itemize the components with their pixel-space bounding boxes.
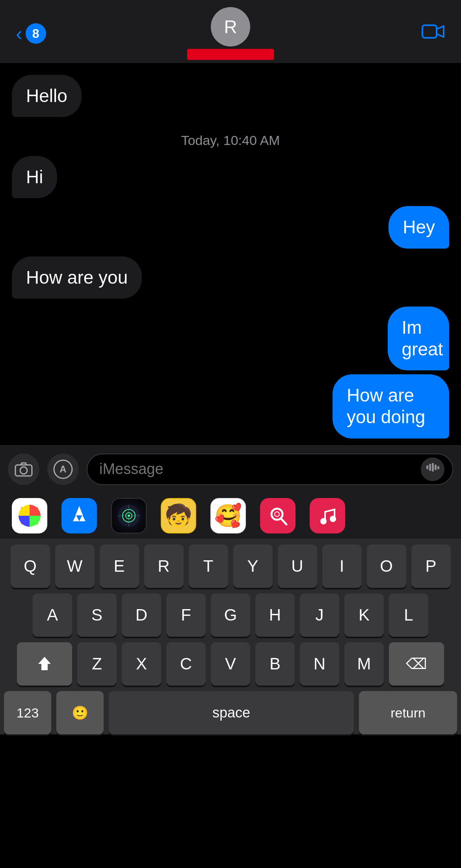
space-key[interactable]: space [109,691,354,734]
numbers-key[interactable]: 123 [4,691,51,734]
message-text: How are you doing [347,385,426,427]
key-y[interactable]: Y [233,545,273,588]
input-bar: A [0,445,461,493]
key-o[interactable]: O [367,545,406,588]
emoji-key[interactable]: 🙂 [56,691,104,734]
svg-rect-5 [426,465,428,469]
memoji2-app-icon[interactable]: 🥰 [210,498,246,533]
chat-area: Hello Today, 10:40 AM Hi Hey How are you… [0,63,461,445]
key-v[interactable]: V [211,642,250,686]
photos-app-icon[interactable] [12,498,47,533]
key-m[interactable]: M [344,642,384,686]
svg-text:A: A [59,464,66,474]
key-d[interactable]: D [122,593,161,637]
contact-initial: R [224,16,237,37]
key-q[interactable]: Q [11,545,50,588]
return-key[interactable]: return [359,691,457,734]
keyboard-row-1: Q W E R T Y U I O P [4,545,457,588]
keyboard-bottom-row: 123 🙂 space return [4,691,457,734]
message-row: Im great [354,307,449,370]
key-b[interactable]: B [255,642,295,686]
svg-rect-8 [435,465,437,470]
key-h[interactable]: H [255,593,295,637]
findmy-app-icon[interactable] [111,498,147,533]
appstore-input-button[interactable]: A [47,454,79,485]
emoji-label: 🙂 [72,705,88,721]
key-i[interactable]: I [322,545,362,588]
bubble-outgoing: Im great [388,307,449,370]
key-l[interactable]: L [389,593,428,637]
key-w[interactable]: W [55,545,95,588]
key-t[interactable]: T [189,545,228,588]
read-label: Read [356,445,387,446]
message-row: Hey [12,206,449,248]
space-label: space [212,704,250,721]
shift-key[interactable] [17,642,72,686]
contact-avatar: R [211,7,250,46]
bubble-incoming: Hi [12,156,57,198]
message-row: Hi [12,156,449,198]
bubble-incoming: How are you [12,256,142,299]
contact-name-bar [187,49,274,60]
key-j[interactable]: J [300,593,339,637]
svg-point-21 [330,516,336,522]
svg-rect-6 [429,464,431,471]
key-g[interactable]: G [211,593,250,637]
timestamp: Today, 10:40 AM [12,133,449,148]
app-suggestions-row: 🧒 🥰 [0,493,461,539]
camera-button[interactable] [8,454,39,485]
message-row: Hello [12,75,449,117]
key-z[interactable]: Z [77,642,117,686]
bubble-outgoing: Hey [389,206,449,248]
message-input-wrap[interactable] [87,454,453,485]
message-text: Hi [26,167,43,187]
return-label: return [390,705,426,721]
timestamp-text: Today, 10:40 AM [181,133,280,148]
keyboard-row-3: Z X C V B N M ⌫ [4,642,457,686]
keyboard: Q W E R T Y U I O P A S D F G H J K L Z … [0,539,461,734]
numbers-label: 123 [17,705,39,721]
back-button[interactable]: ‹ 8 [16,22,46,45]
key-u[interactable]: U [278,545,317,588]
message-text: How are you [26,267,128,288]
key-a[interactable]: A [33,593,72,637]
appstore-app-icon[interactable] [61,498,97,533]
svg-point-20 [320,518,327,524]
video-call-button[interactable] [422,23,445,44]
bubble-outgoing: How are you doing [333,374,449,438]
back-count: 8 [32,26,39,41]
audio-button[interactable] [421,457,444,481]
bubble-incoming: Hello [12,75,82,117]
key-k[interactable]: K [344,593,384,637]
key-c[interactable]: C [166,642,206,686]
key-e[interactable]: E [100,545,139,588]
back-chevron-icon: ‹ [16,22,22,45]
music-app-icon[interactable] [310,498,345,533]
svg-rect-7 [432,463,434,472]
svg-point-2 [20,467,27,474]
message-row: How are you doing [270,374,449,438]
key-n[interactable]: N [300,642,339,686]
message-input[interactable] [99,461,421,478]
message-text: Hello [26,85,67,106]
svg-rect-0 [422,25,437,38]
read-time: 10:41 AM [390,445,445,446]
message-text: Im great [402,317,443,359]
key-f[interactable]: F [166,593,206,637]
delete-key[interactable]: ⌫ [389,642,444,686]
key-p[interactable]: P [411,545,451,588]
message-text: Hey [403,217,435,237]
contact-info[interactable]: R [187,7,274,60]
memoji-app-icon[interactable]: 🧒 [161,498,196,533]
message-row: How are you [12,256,449,299]
navigation-header: ‹ 8 R [0,0,461,63]
svg-point-19 [275,512,279,517]
back-badge: 8 [26,23,46,44]
search-web-icon[interactable] [260,498,296,533]
key-s[interactable]: S [77,593,117,637]
read-receipt: Read 10:41 AM [12,445,449,446]
key-r[interactable]: R [144,545,184,588]
keyboard-row-2: A S D F G H J K L [4,593,457,637]
key-x[interactable]: X [122,642,161,686]
svg-line-18 [281,519,286,524]
